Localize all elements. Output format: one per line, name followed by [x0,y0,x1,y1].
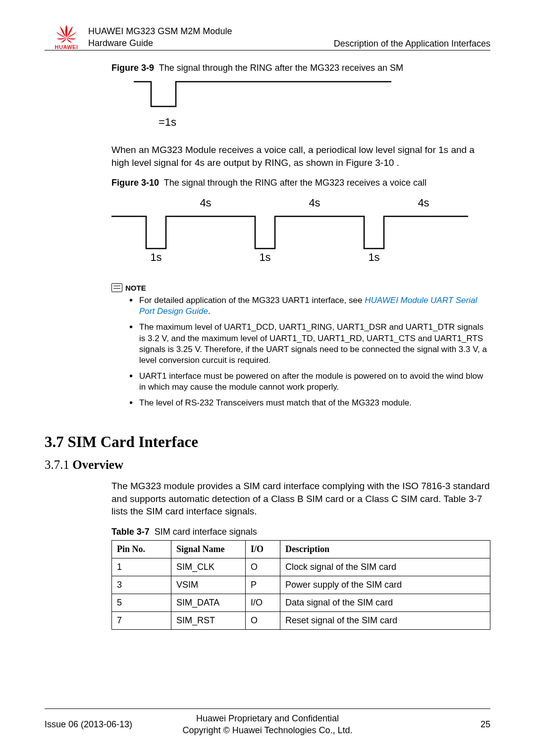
overview-content: The MG323 module provides a SIM card int… [111,480,490,630]
table-row: 3 VSIM P Power supply of the SIM card [112,576,490,594]
page-content: Figure 3-9 The signal through the RING a… [111,63,490,408]
figure-3-10-text: The signal through the RING after the MG… [164,178,427,188]
table-3-7-caption: Table 3-7 SIM card interface signals [111,527,490,537]
table-header-row: Pin No. Signal Name I/O Description [112,541,490,558]
cell-signal: VSIM [171,576,246,594]
note-item-3: The level of RS-232 Transceivers must ma… [129,398,490,408]
page-header: HUAWEI HUAWEI MG323 GSM M2M Module Hardw… [45,25,490,50]
cell-pin: 1 [112,558,171,576]
cell-pin: 7 [112,612,171,630]
footer-issue: Issue 06 (2013-06-13) [45,719,156,730]
subsection-title: Overview [72,458,123,471]
subsection-number: 3.7.1 [45,458,69,471]
cell-pin: 5 [112,594,171,612]
footer-line1: Huawei Proprietary and Confidential [196,713,339,723]
doc-subtitle: Hardware Guide [88,38,334,49]
header-titles: HUAWEI MG323 GSM M2M Module Hardware Gui… [88,26,334,49]
cell-signal: SIM_RST [171,612,246,630]
note-heading: NOTE [111,283,490,292]
figure-3-9-caption: Figure 3-9 The signal through the RING a… [111,63,490,73]
figure-3-10-label: Figure 3-10 [111,178,159,188]
note-block: NOTE For detailed application of the MG3… [111,283,490,408]
figure-3-9-label: Figure 3-9 [111,63,154,73]
figure-3-10-caption: Figure 3-10 The signal through the RING … [111,178,490,188]
doc-title: HUAWEI MG323 GSM M2M Module [88,26,334,37]
cell-pin: 3 [112,576,171,594]
note-item-0: For detailed application of the MG323 UA… [129,295,490,317]
cell-desc: Reset signal of the SIM card [280,612,490,630]
footer-line2: Copyright © Huawei Technologies Co., Ltd… [182,725,352,735]
table-row: 7 SIM_RST O Reset signal of the SIM card [112,612,490,630]
figure-3-9: =1s [134,79,490,129]
cell-signal: SIM_DATA [171,594,246,612]
subsection-heading: 3.7.1 Overview [45,458,490,472]
th-io: I/O [246,541,280,558]
cell-signal: SIM_CLK [171,558,246,576]
huawei-flower-icon [55,25,78,44]
page-footer: Issue 06 (2013-06-13) Huawei Proprietary… [45,708,490,736]
cell-io: P [246,576,280,594]
note-list: For detailed application of the MG323 UA… [111,295,490,408]
sim-interface-table: Pin No. Signal Name I/O Description 1 SI… [111,540,490,630]
cell-desc: Clock signal of the SIM card [280,558,490,576]
header-section-name: Description of the Application Interface… [334,39,490,49]
overview-paragraph: The MG323 module provides a SIM card int… [111,480,490,518]
figure-3-9-annotation: =1s [159,116,490,129]
table-row: 1 SIM_CLK O Clock signal of the SIM card [112,558,490,576]
cell-desc: Power supply of the SIM card [280,576,490,594]
table-3-7-label: Table 3-7 [111,527,150,537]
high-label-2: 4s [418,197,429,209]
low-label-1: 1s [259,251,270,263]
figure-3-10: 4s 4s 4s 1s 1s 1s [111,194,490,263]
section-title: SIM Card Interface [68,433,198,451]
note-item-2: UART1 interface must be powered on after… [129,371,490,393]
note-title: NOTE [125,284,146,292]
th-pin: Pin No. [112,541,171,558]
table-3-7-text: SIM card interface signals [155,527,257,537]
table-row: 5 SIM_DATA I/O Data signal of the SIM ca… [112,594,490,612]
ring-sm-waveform [134,79,391,114]
note-item-1: The maximum level of UART1_DCD, UART1_RI… [129,322,490,365]
th-desc: Description [280,541,490,558]
paragraph-voice-call: When an MG323 Module receives a voice ca… [111,144,490,169]
section-heading: 3.7 SIM Card Interface [45,433,490,451]
cell-io: O [246,558,280,576]
note-0-post: . [208,306,211,316]
huawei-logo: HUAWEI [45,25,88,50]
th-signal: Signal Name [171,541,246,558]
high-label-0: 4s [200,197,211,209]
note-0-pre: For detailed application of the MG323 UA… [139,296,365,305]
logo-text: HUAWEI [55,44,78,50]
footer-center: Huawei Proprietary and Confidential Copy… [156,713,379,736]
note-book-icon [111,283,122,292]
low-label-2: 1s [368,251,379,263]
ring-voice-waveform: 4s 4s 4s 1s 1s 1s [111,194,468,263]
cell-io: I/O [246,594,280,612]
figure-3-9-text: The signal through the RING after the MG… [159,63,403,73]
cell-desc: Data signal of the SIM card [280,594,490,612]
footer-page: 25 [379,719,490,730]
low-label-0: 1s [150,251,161,263]
section-number: 3.7 [45,433,64,451]
high-label-1: 4s [309,197,320,209]
cell-io: O [246,612,280,630]
